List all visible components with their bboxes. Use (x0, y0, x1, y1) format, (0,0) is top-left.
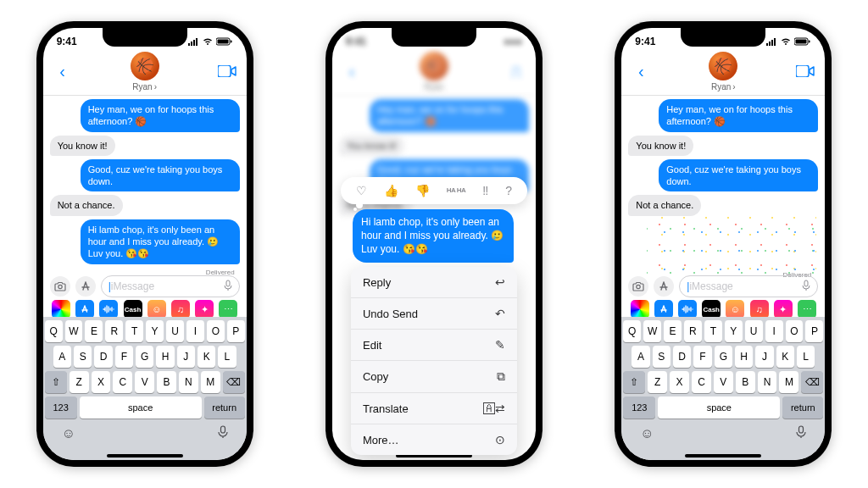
key-m[interactable]: M (779, 371, 798, 393)
return-key[interactable]: return (204, 396, 245, 419)
numbers-key[interactable]: 123 (623, 396, 655, 419)
message-input[interactable]: |iMessage (679, 275, 818, 297)
key-y[interactable]: Y (725, 320, 743, 342)
menu-more[interactable]: More… ⊙ (351, 424, 517, 455)
backspace-key[interactable]: ⌫ (801, 371, 823, 393)
key-y[interactable]: Y (146, 320, 164, 342)
app-appstore-icon[interactable] (75, 300, 94, 319)
dictation-button[interactable] (796, 425, 806, 442)
message-out[interactable]: Hi lamb chop, it's only been an hour and… (81, 219, 240, 264)
key-z[interactable]: Z (70, 371, 89, 393)
key-v[interactable]: V (714, 371, 733, 393)
key-u[interactable]: U (745, 320, 763, 342)
contact-button[interactable]: 🏀 Ryan› (131, 52, 159, 92)
key-o[interactable]: O (207, 320, 225, 342)
key-e[interactable]: E (85, 320, 103, 342)
key-w[interactable]: W (643, 320, 661, 342)
key-t[interactable]: T (704, 320, 722, 342)
app-more-icon[interactable]: ⋯ (798, 300, 816, 319)
key-q[interactable]: Q (45, 320, 63, 342)
message-in[interactable]: Not a chance. (628, 195, 701, 215)
key-t[interactable]: T (125, 320, 143, 342)
appstore-mini-button[interactable] (75, 276, 96, 297)
key-o[interactable]: O (786, 320, 804, 342)
app-memoji-icon[interactable]: ☺︎ (147, 300, 166, 319)
menu-edit[interactable]: Edit ✎ (351, 330, 517, 361)
message-in[interactable]: Not a chance. (50, 195, 123, 215)
tapback-haha[interactable]: HA HA (447, 188, 466, 193)
message-out[interactable]: Hey man, we on for hoops this afternoon?… (81, 99, 240, 132)
focused-message[interactable]: Hi lamb chop, it's only been an hour and… (353, 209, 524, 263)
message-input[interactable]: |iMessage (101, 275, 240, 297)
back-button[interactable]: ‹ (52, 62, 74, 81)
key-p[interactable]: P (227, 320, 245, 342)
tapback-thumbs-up[interactable]: 👍 (384, 184, 398, 197)
key-a[interactable]: A (53, 346, 71, 368)
app-appstore-icon[interactable] (654, 300, 673, 319)
dictate-mic-icon[interactable] (802, 280, 810, 294)
message-out[interactable]: Good, cuz we're taking you boys down. (659, 159, 818, 192)
app-digitaltouch-icon[interactable]: ✦ (195, 300, 214, 319)
key-g[interactable]: G (715, 346, 732, 368)
tapback-thumbs-down[interactable]: 👎 (415, 184, 430, 197)
space-key[interactable]: space (658, 396, 780, 419)
key-s[interactable]: S (653, 346, 670, 368)
appstore-mini-button[interactable] (654, 276, 674, 297)
facetime-button[interactable] (794, 62, 816, 81)
key-w[interactable]: W (65, 320, 83, 342)
shift-key[interactable]: ⇧ (623, 371, 645, 393)
app-music-icon[interactable]: ♫ (171, 300, 190, 319)
tapback-heart[interactable]: ♡ (356, 184, 367, 197)
key-f[interactable]: F (115, 346, 133, 368)
app-photos-icon[interactable] (52, 300, 70, 319)
key-z[interactable]: Z (648, 371, 667, 393)
key-d[interactable]: D (94, 346, 112, 368)
key-q[interactable]: Q (623, 320, 641, 342)
menu-reply[interactable]: Reply ↩︎ (351, 267, 517, 298)
tapback-question[interactable]: ? (505, 184, 512, 197)
app-music-icon[interactable]: ♫ (750, 300, 769, 319)
key-m[interactable]: M (201, 371, 220, 393)
key-k[interactable]: K (198, 346, 215, 368)
key-n[interactable]: N (179, 371, 198, 393)
app-digitaltouch-icon[interactable]: ✦ (774, 300, 793, 319)
camera-button[interactable] (50, 276, 70, 297)
key-r[interactable]: R (105, 320, 123, 342)
backspace-key[interactable]: ⌫ (223, 371, 245, 393)
app-audiomessage-icon[interactable] (99, 300, 118, 319)
dictation-button[interactable] (218, 425, 228, 442)
tapback-exclaim[interactable]: ‼ (482, 184, 488, 197)
menu-translate[interactable]: Translate 🄰⇄ (351, 393, 517, 424)
key-a[interactable]: A (632, 346, 649, 368)
app-photos-icon[interactable] (631, 300, 649, 319)
conversation-thread[interactable]: Hey man, we on for hoops this afternoon?… (43, 96, 247, 276)
message-out[interactable]: Good, cuz we're taking you boys down. (81, 159, 240, 192)
key-h[interactable]: H (156, 346, 174, 368)
numbers-key[interactable]: 123 (45, 396, 77, 419)
home-indicator[interactable] (685, 454, 761, 458)
key-d[interactable]: D (673, 346, 691, 368)
emoji-keyboard-button[interactable]: ☺ (62, 426, 75, 441)
key-b[interactable]: B (736, 371, 755, 393)
key-h[interactable]: H (735, 346, 753, 368)
contact-button[interactable]: 🏀 Ryan› (709, 52, 737, 92)
key-x[interactable]: X (670, 371, 689, 393)
key-e[interactable]: E (664, 320, 682, 342)
emoji-keyboard-button[interactable]: ☺ (640, 426, 654, 441)
app-applecash-icon[interactable]: Cash (124, 300, 142, 319)
key-k[interactable]: K (776, 346, 794, 368)
shift-key[interactable]: ⇧ (45, 371, 67, 393)
key-p[interactable]: P (805, 320, 823, 342)
key-f[interactable]: F (693, 346, 711, 368)
back-button[interactable]: ‹ (630, 62, 652, 81)
key-u[interactable]: U (166, 320, 184, 342)
key-v[interactable]: V (135, 371, 154, 393)
key-j[interactable]: J (177, 346, 195, 368)
facetime-button[interactable] (216, 62, 238, 81)
key-i[interactable]: I (765, 320, 783, 342)
key-b[interactable]: B (157, 371, 176, 393)
app-applecash-icon[interactable]: Cash (702, 300, 721, 319)
space-key[interactable]: space (80, 396, 202, 419)
key-l[interactable]: L (218, 346, 236, 368)
app-memoji-icon[interactable]: ☺︎ (726, 300, 744, 319)
